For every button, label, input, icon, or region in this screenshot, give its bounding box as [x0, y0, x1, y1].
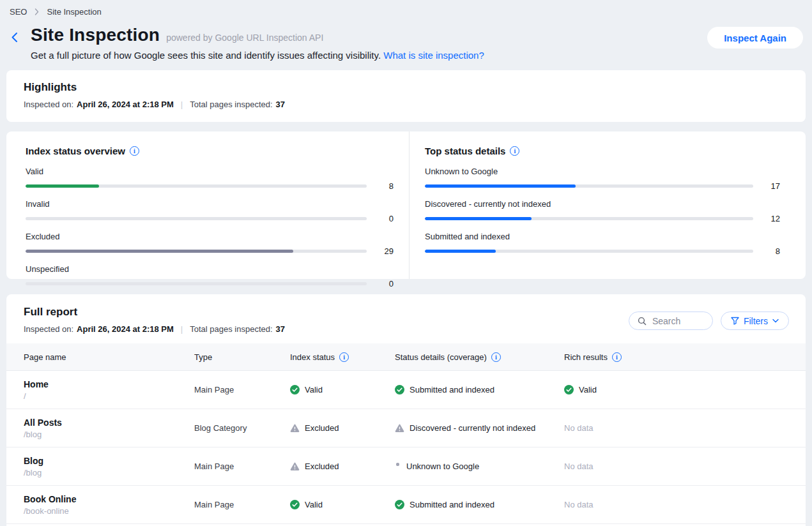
status-label: Submitted and indexed — [410, 385, 494, 395]
bar-fill — [425, 184, 576, 188]
page-name-cell: Blog/blog — [6, 456, 194, 477]
bar-track — [26, 250, 367, 253]
index-status-overview-chart: Index status overview i Valid8Invalid0Ex… — [6, 132, 410, 279]
filters-label: Filters — [744, 316, 768, 326]
back-button[interactable] — [8, 31, 20, 44]
bar-value: 0 — [367, 279, 394, 289]
column-header-label: Index status — [290, 352, 335, 362]
highlights-card: Highlights Inspected on: April 26, 2024 … — [6, 70, 806, 122]
table-row[interactable]: Blog/blogMain PageExcludedUnknown to Goo… — [6, 447, 806, 486]
page-type: Main Page — [194, 462, 290, 471]
status-label: Valid — [305, 500, 323, 509]
status-cell: Submitted and indexed — [395, 500, 564, 509]
full-report-title: Full report — [24, 306, 285, 319]
valid-check-icon — [290, 385, 300, 395]
page-path: / — [24, 391, 194, 401]
page-header: Site Inspection powered by Google URL In… — [0, 17, 812, 61]
status-cell: No data — [564, 500, 806, 509]
bar-value: 17 — [753, 181, 780, 191]
info-icon[interactable]: i — [510, 146, 519, 156]
top-status-details-title: Top status details — [425, 146, 505, 156]
status-label: Valid — [579, 385, 597, 395]
column-header: Index statusi — [290, 352, 395, 362]
what-is-site-inspection-link[interactable]: What is site inspection? — [383, 50, 484, 61]
search-box[interactable] — [629, 312, 713, 330]
full-report-card: Full report Inspected on: April 26, 2024… — [6, 294, 806, 526]
page-name: Blog — [24, 456, 194, 466]
bar-value: 8 — [753, 246, 780, 256]
status-cell: Excluded — [290, 423, 395, 433]
bar-label: Submitted and indexed — [425, 232, 780, 241]
filters-button[interactable]: Filters — [721, 312, 789, 330]
breadcrumb-site-inspection[interactable]: Site Inspection — [47, 7, 101, 17]
neutral-dot-icon — [396, 463, 399, 466]
highlights-meta: Inspected on: April 26, 2024 at 2:18 PM … — [24, 100, 788, 109]
page-path: /blog — [24, 430, 194, 439]
breadcrumb-chevron-icon — [34, 8, 39, 15]
search-icon — [638, 317, 647, 326]
info-icon[interactable]: i — [339, 352, 349, 362]
status-cell: Valid — [290, 500, 395, 509]
chevron-down-icon — [772, 319, 779, 323]
status-cell: Discovered - currently not indexed — [395, 423, 564, 433]
column-header: Page name — [6, 352, 194, 362]
status-cell: No data — [564, 423, 806, 433]
bar-row: Valid8 — [26, 167, 394, 191]
inspect-again-button[interactable]: Inspect Again — [707, 27, 803, 49]
breadcrumb-seo[interactable]: SEO — [10, 7, 27, 17]
table-body: Home/Main PageValidSubmitted and indexed… — [6, 371, 806, 524]
table-header: Page nameTypeIndex statusiStatus details… — [6, 343, 806, 371]
status-label: No data — [564, 423, 594, 433]
bar-row: Submitted and indexed8 — [425, 232, 780, 256]
warning-icon — [290, 462, 300, 471]
search-input[interactable] — [651, 315, 702, 327]
page-subtitle: powered by Google URL Inspection API — [166, 33, 323, 43]
page-name-cell: Book Online/book-online — [6, 494, 194, 516]
bar-value: 12 — [753, 214, 780, 223]
highlights-title: Highlights — [24, 81, 788, 94]
bar-track — [425, 250, 753, 253]
table-row[interactable]: All Posts/blogBlog CategoryExcludedDisco… — [6, 409, 806, 447]
bar-fill — [425, 217, 532, 220]
info-icon[interactable]: i — [491, 352, 501, 362]
status-label: Valid — [305, 385, 323, 395]
index-status-overview-title: Index status overview — [26, 146, 125, 156]
bar-label: Unspecified — [26, 264, 394, 274]
bar-fill — [26, 184, 99, 188]
bar-track — [26, 282, 367, 285]
top-status-details-chart: Top status details i Unknown to Google17… — [410, 132, 806, 279]
status-cell: Valid — [564, 385, 806, 395]
column-header: Status details (coverage)i — [395, 352, 564, 362]
total-pages-value: 37 — [276, 100, 285, 109]
status-label: Submitted and indexed — [410, 500, 494, 509]
bar-label: Unknown to Google — [425, 167, 780, 176]
bar-row: Unspecified0 — [26, 264, 394, 289]
table-row[interactable]: Book Online/book-onlineMain PageValidSub… — [6, 486, 806, 524]
column-header-label: Rich results — [564, 352, 608, 362]
info-icon[interactable]: i — [130, 146, 139, 156]
page-path: /blog — [24, 468, 194, 477]
info-icon[interactable]: i — [612, 352, 622, 362]
column-header-label: Type — [194, 352, 212, 362]
bar-value: 8 — [367, 181, 394, 191]
bar-fill — [26, 250, 293, 253]
status-cell: No data — [564, 462, 806, 471]
bar-row: Excluded29 — [26, 232, 394, 256]
bar-track — [425, 217, 753, 220]
table-row[interactable]: Home/Main PageValidSubmitted and indexed… — [6, 371, 806, 409]
page-description: Get a full picture of how Google sees th… — [31, 50, 484, 61]
total-pages-value: 37 — [276, 324, 285, 334]
status-label: Excluded — [305, 462, 339, 471]
inspected-on-label: Inspected on: — [24, 100, 73, 109]
column-header-label: Status details (coverage) — [395, 352, 487, 362]
inspected-on-label: Inspected on: — [24, 324, 73, 334]
filter-funnel-icon — [731, 317, 739, 325]
valid-check-icon — [395, 385, 404, 395]
status-label: Excluded — [305, 423, 339, 433]
page-path: /book-online — [24, 506, 194, 516]
meta-divider: | — [181, 324, 183, 334]
status-cell: Unknown to Google — [395, 462, 564, 471]
status-label: No data — [564, 462, 594, 471]
page-name: Book Online — [24, 494, 194, 504]
column-header: Type — [194, 352, 290, 362]
